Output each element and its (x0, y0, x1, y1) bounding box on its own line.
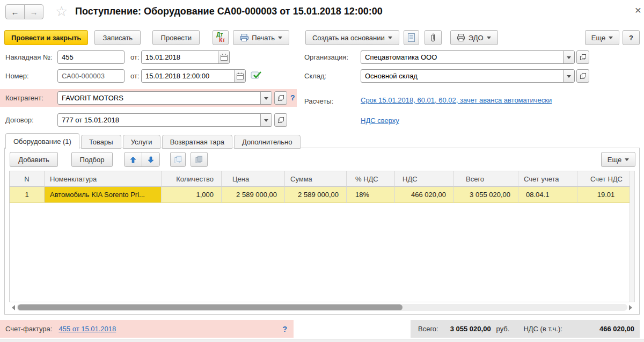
counterparty-input[interactable]: FAVORIT MOTORS (57, 91, 272, 105)
dropdown-button[interactable] (563, 70, 574, 82)
tab-equipment[interactable]: Оборудование (1) (5, 133, 79, 149)
vertical-scrollbar[interactable] (630, 171, 635, 302)
dropdown-caret-icon (625, 158, 629, 163)
create-based-on-button[interactable]: Создать на основании (305, 30, 399, 45)
back-arrow-icon: ← (11, 8, 19, 17)
dropdown-button[interactable] (260, 92, 272, 104)
dtkt-postings-button[interactable]: ДтКт (213, 30, 229, 45)
invoice-date-input[interactable]: 15.01.2018 (141, 50, 230, 64)
col-header-quantity[interactable]: Количество (162, 171, 222, 187)
print-button[interactable]: Печать (233, 30, 289, 45)
cell-vat-pct[interactable]: 18% (347, 187, 395, 203)
copy-rows-button[interactable] (170, 152, 186, 167)
cell-account[interactable]: 08.04.1 (518, 187, 577, 203)
dtkt-icon: ДтКт (216, 32, 225, 43)
cell-nomenclature[interactable]: Автомобиль KIA Sorento Pri... (45, 187, 162, 203)
cell-sum[interactable]: 2 589 000,00 (285, 187, 347, 203)
post-button[interactable]: Провести (152, 30, 200, 45)
counterparty-help[interactable]: ? (290, 93, 295, 102)
paste-rows-button[interactable] (191, 152, 208, 167)
cell-vat[interactable]: 466 020,00 (395, 187, 454, 203)
close-icon[interactable]: × (635, 5, 641, 16)
invoice-footer-help[interactable]: ? (282, 325, 287, 333)
col-header-account[interactable]: Счет учета (518, 171, 577, 187)
invoice-footer-link[interactable]: 455 от 15.01.2018 (58, 325, 116, 333)
organization-open-button[interactable] (576, 50, 589, 64)
contract-open-button[interactable] (274, 113, 287, 127)
scrollbar-thumb[interactable] (18, 304, 402, 310)
col-header-total[interactable]: Всего (454, 171, 518, 187)
cell-quantity[interactable]: 1,000 (162, 187, 222, 203)
open-icon (278, 117, 284, 123)
scroll-right-arrow[interactable] (629, 305, 635, 310)
tab-goods[interactable]: Товары (81, 135, 121, 149)
warehouse-input[interactable]: Основной склад (361, 69, 575, 83)
add-row-button[interactable]: Добавить (10, 152, 58, 167)
paperclip-icon (430, 33, 435, 42)
calendar-picker-button[interactable] (234, 70, 245, 82)
related-documents-button[interactable] (404, 30, 419, 45)
cell-total[interactable]: 3 055 020,00 (454, 187, 518, 203)
counterparty-open-button[interactable] (274, 91, 287, 105)
col-header-vat-pct[interactable]: % НДС (347, 171, 395, 187)
open-icon (580, 73, 586, 79)
open-icon (278, 95, 284, 101)
contract-input[interactable]: 777 от 15.01.2018 (57, 113, 272, 127)
post-and-close-button[interactable]: Провести и закрыть (4, 30, 88, 45)
favorite-star-icon[interactable]: ☆ (55, 4, 68, 18)
back-button[interactable]: ← (5, 4, 25, 19)
arrow-up-icon (130, 156, 136, 163)
col-header-vat-account[interactable]: Счет НДС (577, 171, 634, 187)
col-header-nomenclature[interactable]: Номенклатура (45, 171, 162, 187)
move-down-button[interactable] (142, 152, 160, 167)
col-header-sum[interactable]: Сумма (285, 171, 347, 187)
pick-button[interactable]: Подбор (71, 152, 113, 167)
vat-mode-link[interactable]: НДС сверху (361, 117, 399, 125)
more-button[interactable]: Еще (585, 30, 619, 45)
table-header-row: N Номенклатура Количество Цена Сумма % Н… (10, 171, 634, 187)
move-up-button[interactable] (124, 152, 142, 167)
edo-button[interactable]: ЭДО (450, 30, 498, 45)
warehouse-label: Склад: (304, 69, 326, 83)
col-header-price[interactable]: Цена (222, 171, 285, 187)
tab-services[interactable]: Услуги (123, 135, 160, 149)
save-button[interactable]: Записать (94, 30, 141, 45)
col-header-vat[interactable]: НДС (395, 171, 454, 187)
attachments-button[interactable] (425, 30, 442, 45)
scrollbar-track (17, 304, 627, 311)
tab-additional[interactable]: Дополнительно (234, 135, 301, 149)
settlements-link[interactable]: Срок 15.01.2018, 60.01, 60.02, зачет ава… (361, 96, 552, 104)
forward-arrow-icon: → (30, 8, 38, 17)
chevron-down-icon (567, 75, 571, 80)
table-toolbar: Добавить Подбор Еще (10, 152, 635, 167)
dropdown-caret-icon (278, 37, 282, 41)
invoice-number-input[interactable]: 455 (57, 50, 125, 64)
nav-history-group: ← → (5, 4, 43, 19)
totals-bar: Всего: 3 055 020,00 руб. НДС (в т.ч.): 4… (411, 320, 640, 338)
scroll-left-arrow[interactable] (9, 305, 15, 310)
window-bottom-edge (0, 339, 644, 342)
table-row[interactable]: 1 Автомобиль KIA Sorento Pri... 1,000 2 … (10, 187, 634, 203)
tab-bar: Оборудование (1) Товары Услуги Возвратна… (5, 133, 302, 149)
invoice-number-label: Накладная №: (5, 50, 52, 64)
table-more-button[interactable]: Еще (601, 152, 635, 167)
dropdown-button[interactable] (260, 114, 272, 126)
help-button[interactable]: ? (623, 30, 640, 45)
dropdown-caret-icon (609, 37, 613, 41)
edo-printer-icon (457, 34, 465, 41)
document-datetime-input[interactable]: 15.01.2018 12:00:00 (141, 69, 246, 83)
move-row-group (124, 152, 160, 167)
cell-vat-account[interactable]: 19.01 (577, 187, 634, 203)
warehouse-open-button[interactable] (576, 69, 589, 83)
dropdown-button[interactable] (563, 51, 574, 63)
number-label: Номер: (5, 69, 29, 83)
calendar-picker-button[interactable] (218, 51, 229, 63)
number-input[interactable]: СА00-000003 (57, 69, 125, 83)
dropdown-caret-icon (388, 37, 392, 41)
cell-price[interactable]: 2 589 000,00 (222, 187, 285, 203)
organization-input[interactable]: Спецавтоматика ООО (361, 50, 575, 64)
forward-button[interactable]: → (24, 4, 43, 19)
col-header-n[interactable]: N (10, 171, 45, 187)
cell-n[interactable]: 1 (10, 187, 45, 203)
tab-returnable-packaging[interactable]: Возвратная тара (162, 135, 232, 149)
